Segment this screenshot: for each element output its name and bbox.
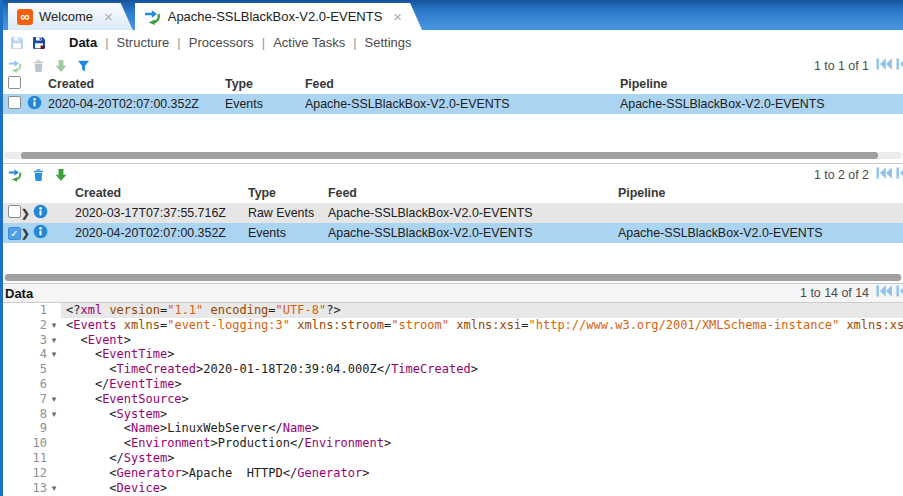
tab-events[interactable]: Apache-SSLBlackBox-V2.0-EVENTS × — [135, 3, 422, 30]
row-checkbox[interactable] — [8, 96, 21, 109]
column-header-pipeline[interactable]: Pipeline — [620, 77, 903, 91]
menu-separator: | — [171, 35, 186, 50]
filter-icon[interactable] — [77, 59, 90, 73]
code-text: <System> — [61, 407, 903, 422]
prev-page-icon[interactable] — [896, 166, 903, 184]
fold-spacer — [47, 362, 61, 377]
menu-item-structure[interactable]: Structure — [115, 35, 172, 50]
code-text: <Events xmlns="event-logging:3" xmlns:st… — [61, 318, 903, 333]
fold-spacer — [47, 436, 61, 451]
column-header-type[interactable]: Type — [248, 186, 328, 200]
first-page-icon[interactable] — [876, 57, 892, 75]
fold-icon[interactable]: ▾ — [47, 318, 61, 333]
column-header-feed[interactable]: Feed — [328, 186, 618, 200]
pagination-label: 1 to 1 of 1 — [814, 59, 869, 73]
pagination-label: 1 to 14 of 14 — [800, 286, 869, 300]
code-text: <EventTime> — [61, 347, 903, 362]
code-line: 12 <Generator>Apache HTTPD</Generator> — [3, 466, 903, 481]
source-pane: 1 to 1 of 1 Created Type Feed Pipeline 2… — [3, 55, 903, 163]
fold-icon[interactable]: ▾ — [47, 392, 61, 407]
process-icon[interactable] — [8, 168, 23, 182]
prev-page-icon[interactable] — [896, 284, 903, 302]
horizontal-scrollbar[interactable] — [4, 152, 902, 159]
delete-icon[interactable] — [32, 168, 45, 182]
code-line: 13▾ <Device> — [3, 481, 903, 496]
line-number: 11 — [3, 451, 47, 466]
row-checkbox[interactable] — [8, 205, 21, 218]
fold-icon[interactable]: ▾ — [47, 333, 61, 348]
row-checkbox[interactable]: ✓ — [8, 227, 21, 240]
first-page-icon[interactable] — [876, 166, 892, 184]
code-text: <EventSource> — [61, 392, 903, 407]
column-header-created[interactable]: Created — [48, 77, 225, 91]
fold-spacer — [47, 377, 61, 392]
expander-icon[interactable]: ❯ — [21, 207, 30, 219]
code-text: <Environment>Production</Environment> — [61, 436, 903, 451]
info-icon[interactable] — [33, 204, 48, 222]
column-header-feed[interactable]: Feed — [305, 77, 620, 91]
code-text: <Device> — [61, 481, 903, 496]
cell-created: 2020-04-20T02:07:00.352Z — [48, 97, 225, 111]
fold-icon[interactable]: ▾ — [47, 407, 61, 422]
code-text: <TimeCreated>2020-01-18T20:39:04.000Z</T… — [61, 362, 903, 377]
column-header-pipeline[interactable]: Pipeline — [618, 186, 903, 200]
save-as-icon[interactable] — [31, 35, 47, 51]
cell-pipeline: Apache-SSLBlackBox-V2.0-EVENTS — [618, 226, 903, 240]
code-line: 4▾ <EventTime> — [3, 347, 903, 362]
table-row[interactable]: 2020-04-20T02:07:00.352ZEventsApache-SSL… — [3, 94, 903, 114]
sub-navigation: Data | Structure | Processors | Active T… — [67, 35, 414, 50]
line-number: 13 — [3, 481, 47, 496]
table-row[interactable]: ❯2020-03-17T07:37:55.716ZRaw EventsApach… — [3, 203, 903, 223]
info-icon[interactable] — [33, 224, 48, 242]
download-icon[interactable] — [54, 59, 68, 73]
menu-item-data[interactable]: Data — [67, 35, 99, 50]
expander-icon[interactable]: ❯ — [21, 227, 30, 239]
close-icon[interactable]: × — [104, 9, 113, 24]
line-number: 2 — [3, 318, 47, 333]
prev-page-icon[interactable] — [896, 57, 903, 75]
cell-feed: Apache-SSLBlackBox-V2.0-EVENTS — [328, 206, 618, 220]
scrollbar-thumb[interactable] — [21, 152, 878, 159]
line-number: 7 — [3, 392, 47, 407]
line-number: 4 — [3, 347, 47, 362]
line-number: 5 — [3, 362, 47, 377]
code-text: </EventTime> — [61, 377, 903, 392]
code-line: 5 <TimeCreated>2020-01-18T20:39:04.000Z<… — [3, 362, 903, 377]
meta-table-body: ❯2020-03-17T07:37:55.716ZRaw EventsApach… — [3, 203, 903, 243]
column-header-created[interactable]: Created — [75, 186, 248, 200]
tab-welcome[interactable]: ∞ Welcome × — [8, 3, 133, 30]
tab-bar: ∞ Welcome × Apache-SSLBlackBox-V2.0-EVEN… — [3, 0, 903, 30]
process-icon[interactable] — [8, 59, 23, 73]
code-line: 9 <Name>LinuxWebServer</Name> — [3, 421, 903, 436]
cell-type: Events — [225, 97, 305, 111]
code-text: <?xml version="1.1" encoding="UTF-8"?> — [61, 303, 903, 318]
save-icon[interactable] — [9, 35, 25, 51]
code-editor[interactable]: 1<?xml version="1.1" encoding="UTF-8"?>2… — [3, 303, 903, 496]
code-text: <Event> — [61, 333, 903, 348]
info-icon[interactable] — [27, 95, 42, 113]
close-icon[interactable]: × — [393, 9, 402, 24]
download-icon[interactable] — [54, 168, 68, 182]
fold-icon[interactable]: ▾ — [47, 481, 61, 496]
menu-separator: | — [99, 35, 114, 50]
scrollbar-thumb[interactable] — [5, 274, 901, 281]
cell-feed: Apache-SSLBlackBox-V2.0-EVENTS — [328, 226, 618, 240]
menu-item-active-tasks[interactable]: Active Tasks — [271, 35, 347, 50]
delete-icon[interactable] — [32, 59, 45, 73]
line-number: 1 — [3, 303, 47, 318]
cell-type: Events — [248, 226, 328, 240]
toolbar: Data | Structure | Processors | Active T… — [3, 30, 903, 55]
menu-item-processors[interactable]: Processors — [187, 35, 256, 50]
line-number: 6 — [3, 377, 47, 392]
cell-feed: Apache-SSLBlackBox-V2.0-EVENTS — [305, 97, 620, 111]
table-row[interactable]: ✓❯2020-04-20T02:07:00.352ZEventsApache-S… — [3, 223, 903, 243]
horizontal-scrollbar[interactable] — [4, 274, 902, 281]
pager: 1 to 2 of 2 — [814, 166, 903, 184]
menu-item-settings[interactable]: Settings — [363, 35, 414, 50]
select-all-checkbox[interactable] — [8, 76, 21, 89]
fold-icon[interactable]: ▾ — [47, 347, 61, 362]
first-page-icon[interactable] — [876, 284, 892, 302]
column-header-type[interactable]: Type — [225, 77, 305, 91]
stroom-logo-icon: ∞ — [17, 9, 33, 25]
pager: 1 to 1 of 1 — [814, 57, 903, 75]
